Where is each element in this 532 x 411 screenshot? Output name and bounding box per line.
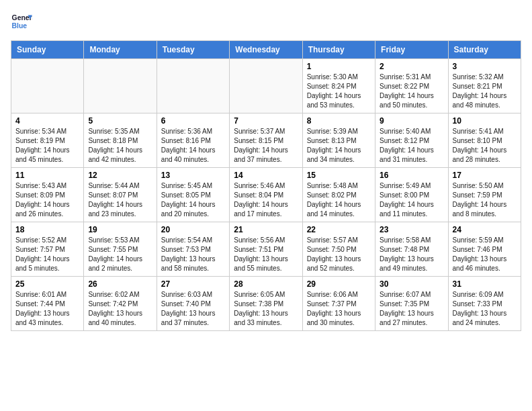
day-info: Sunrise: 5:40 AM Sunset: 8:12 PM Dayligh… xyxy=(380,127,443,165)
calendar-week-row: 1Sunrise: 5:30 AM Sunset: 8:24 PM Daylig… xyxy=(11,59,521,113)
day-info: Sunrise: 5:59 AM Sunset: 7:46 PM Dayligh… xyxy=(453,236,517,273)
day-number: 26 xyxy=(88,279,152,289)
calendar-day-cell: 20Sunrise: 5:54 AM Sunset: 7:53 PM Dayli… xyxy=(157,222,229,277)
day-number: 25 xyxy=(15,279,79,289)
calendar-day-cell: 15Sunrise: 5:48 AM Sunset: 8:02 PM Dayli… xyxy=(302,168,375,222)
calendar-day-cell xyxy=(157,59,229,113)
calendar-day-cell: 22Sunrise: 5:57 AM Sunset: 7:50 PM Dayli… xyxy=(302,222,375,277)
logo: General Blue xyxy=(11,11,32,32)
page-header: General Blue xyxy=(11,11,521,32)
day-number: 27 xyxy=(161,279,225,289)
calendar-day-cell: 11Sunrise: 5:43 AM Sunset: 8:09 PM Dayli… xyxy=(11,168,84,222)
calendar-day-cell: 17Sunrise: 5:50 AM Sunset: 7:59 PM Dayli… xyxy=(448,168,521,222)
calendar-day-cell: 14Sunrise: 5:46 AM Sunset: 8:04 PM Dayli… xyxy=(230,168,302,222)
day-number: 12 xyxy=(88,171,152,180)
day-info: Sunrise: 5:34 AM Sunset: 8:19 PM Dayligh… xyxy=(15,127,79,165)
calendar-day-cell: 19Sunrise: 5:53 AM Sunset: 7:55 PM Dayli… xyxy=(84,222,157,277)
day-number: 30 xyxy=(380,279,443,289)
calendar-day-cell: 9Sunrise: 5:40 AM Sunset: 8:12 PM Daylig… xyxy=(375,113,448,168)
day-info: Sunrise: 5:41 AM Sunset: 8:10 PM Dayligh… xyxy=(453,127,517,165)
col-header-monday: Monday xyxy=(84,41,157,59)
calendar-day-cell: 12Sunrise: 5:44 AM Sunset: 8:07 PM Dayli… xyxy=(84,168,157,222)
calendar-week-row: 4Sunrise: 5:34 AM Sunset: 8:19 PM Daylig… xyxy=(11,113,521,168)
day-number: 20 xyxy=(161,225,225,234)
calendar-day-cell: 5Sunrise: 5:35 AM Sunset: 8:18 PM Daylig… xyxy=(84,113,157,168)
day-info: Sunrise: 6:02 AM Sunset: 7:42 PM Dayligh… xyxy=(88,290,152,328)
day-info: Sunrise: 5:58 AM Sunset: 7:48 PM Dayligh… xyxy=(380,236,443,273)
day-info: Sunrise: 5:37 AM Sunset: 8:15 PM Dayligh… xyxy=(234,127,298,165)
calendar-day-cell: 2Sunrise: 5:31 AM Sunset: 8:22 PM Daylig… xyxy=(375,59,448,113)
calendar-day-cell: 1Sunrise: 5:30 AM Sunset: 8:24 PM Daylig… xyxy=(302,59,375,113)
col-header-sunday: Sunday xyxy=(11,41,84,59)
day-number: 7 xyxy=(234,116,298,126)
day-number: 15 xyxy=(307,171,371,180)
day-info: Sunrise: 6:01 AM Sunset: 7:44 PM Dayligh… xyxy=(15,290,79,328)
calendar-day-cell xyxy=(230,59,302,113)
day-info: Sunrise: 6:03 AM Sunset: 7:40 PM Dayligh… xyxy=(161,290,225,328)
col-header-wednesday: Wednesday xyxy=(230,41,302,59)
day-info: Sunrise: 6:06 AM Sunset: 7:37 PM Dayligh… xyxy=(307,290,371,328)
day-number: 11 xyxy=(15,171,79,180)
day-number: 2 xyxy=(380,62,443,71)
day-number: 24 xyxy=(453,225,517,234)
calendar-day-cell: 18Sunrise: 5:52 AM Sunset: 7:57 PM Dayli… xyxy=(11,222,84,277)
day-number: 9 xyxy=(380,116,443,126)
day-info: Sunrise: 5:35 AM Sunset: 8:18 PM Dayligh… xyxy=(88,127,152,165)
calendar-week-row: 11Sunrise: 5:43 AM Sunset: 8:09 PM Dayli… xyxy=(11,168,521,222)
calendar-day-cell: 30Sunrise: 6:07 AM Sunset: 7:35 PM Dayli… xyxy=(375,277,448,331)
day-number: 17 xyxy=(453,171,517,180)
day-number: 18 xyxy=(15,225,79,234)
calendar-week-row: 25Sunrise: 6:01 AM Sunset: 7:44 PM Dayli… xyxy=(11,277,521,331)
day-number: 21 xyxy=(234,225,298,234)
day-info: Sunrise: 5:44 AM Sunset: 8:07 PM Dayligh… xyxy=(88,181,152,219)
day-number: 6 xyxy=(161,116,225,126)
day-info: Sunrise: 5:54 AM Sunset: 7:53 PM Dayligh… xyxy=(161,236,225,273)
logo-icon: General Blue xyxy=(11,11,32,32)
day-number: 10 xyxy=(453,116,517,126)
calendar-day-cell: 31Sunrise: 6:09 AM Sunset: 7:33 PM Dayli… xyxy=(448,277,521,331)
calendar-day-cell: 4Sunrise: 5:34 AM Sunset: 8:19 PM Daylig… xyxy=(11,113,84,168)
day-number: 8 xyxy=(307,116,371,126)
day-number: 14 xyxy=(234,171,298,180)
day-number: 31 xyxy=(453,279,517,289)
day-info: Sunrise: 5:32 AM Sunset: 8:21 PM Dayligh… xyxy=(453,73,517,110)
day-info: Sunrise: 5:31 AM Sunset: 8:22 PM Dayligh… xyxy=(380,73,443,110)
day-info: Sunrise: 5:53 AM Sunset: 7:55 PM Dayligh… xyxy=(88,236,152,273)
calendar-day-cell: 8Sunrise: 5:39 AM Sunset: 8:13 PM Daylig… xyxy=(302,113,375,168)
calendar-day-cell: 10Sunrise: 5:41 AM Sunset: 8:10 PM Dayli… xyxy=(448,113,521,168)
day-info: Sunrise: 5:46 AM Sunset: 8:04 PM Dayligh… xyxy=(234,181,298,219)
day-number: 5 xyxy=(88,116,152,126)
day-info: Sunrise: 6:09 AM Sunset: 7:33 PM Dayligh… xyxy=(453,290,517,328)
calendar-day-cell: 16Sunrise: 5:49 AM Sunset: 8:00 PM Dayli… xyxy=(375,168,448,222)
col-header-saturday: Saturday xyxy=(448,41,521,59)
calendar-day-cell: 3Sunrise: 5:32 AM Sunset: 8:21 PM Daylig… xyxy=(448,59,521,113)
day-number: 13 xyxy=(161,171,225,180)
day-info: Sunrise: 5:43 AM Sunset: 8:09 PM Dayligh… xyxy=(15,181,79,219)
day-info: Sunrise: 6:05 AM Sunset: 7:38 PM Dayligh… xyxy=(234,290,298,328)
day-number: 4 xyxy=(15,116,79,126)
calendar-day-cell: 27Sunrise: 6:03 AM Sunset: 7:40 PM Dayli… xyxy=(157,277,229,331)
day-number: 23 xyxy=(380,225,443,234)
calendar-header-row: SundayMondayTuesdayWednesdayThursdayFrid… xyxy=(11,41,521,59)
day-info: Sunrise: 5:45 AM Sunset: 8:05 PM Dayligh… xyxy=(161,181,225,219)
day-number: 3 xyxy=(453,62,517,71)
day-info: Sunrise: 5:52 AM Sunset: 7:57 PM Dayligh… xyxy=(15,236,79,273)
day-info: Sunrise: 5:36 AM Sunset: 8:16 PM Dayligh… xyxy=(161,127,225,165)
day-info: Sunrise: 5:57 AM Sunset: 7:50 PM Dayligh… xyxy=(307,236,371,273)
calendar-day-cell: 25Sunrise: 6:01 AM Sunset: 7:44 PM Dayli… xyxy=(11,277,84,331)
svg-text:Blue: Blue xyxy=(12,22,28,30)
day-info: Sunrise: 5:50 AM Sunset: 7:59 PM Dayligh… xyxy=(453,181,517,219)
calendar-day-cell: 13Sunrise: 5:45 AM Sunset: 8:05 PM Dayli… xyxy=(157,168,229,222)
day-info: Sunrise: 5:56 AM Sunset: 7:51 PM Dayligh… xyxy=(234,236,298,273)
calendar-day-cell: 26Sunrise: 6:02 AM Sunset: 7:42 PM Dayli… xyxy=(84,277,157,331)
col-header-tuesday: Tuesday xyxy=(157,41,229,59)
calendar-day-cell: 6Sunrise: 5:36 AM Sunset: 8:16 PM Daylig… xyxy=(157,113,229,168)
calendar-table: SundayMondayTuesdayWednesdayThursdayFrid… xyxy=(11,40,521,331)
calendar-day-cell xyxy=(84,59,157,113)
day-info: Sunrise: 5:48 AM Sunset: 8:02 PM Dayligh… xyxy=(307,181,371,219)
day-number: 1 xyxy=(307,62,371,71)
calendar-day-cell: 24Sunrise: 5:59 AM Sunset: 7:46 PM Dayli… xyxy=(448,222,521,277)
calendar-day-cell: 29Sunrise: 6:06 AM Sunset: 7:37 PM Dayli… xyxy=(302,277,375,331)
col-header-thursday: Thursday xyxy=(302,41,375,59)
day-number: 22 xyxy=(307,225,371,234)
